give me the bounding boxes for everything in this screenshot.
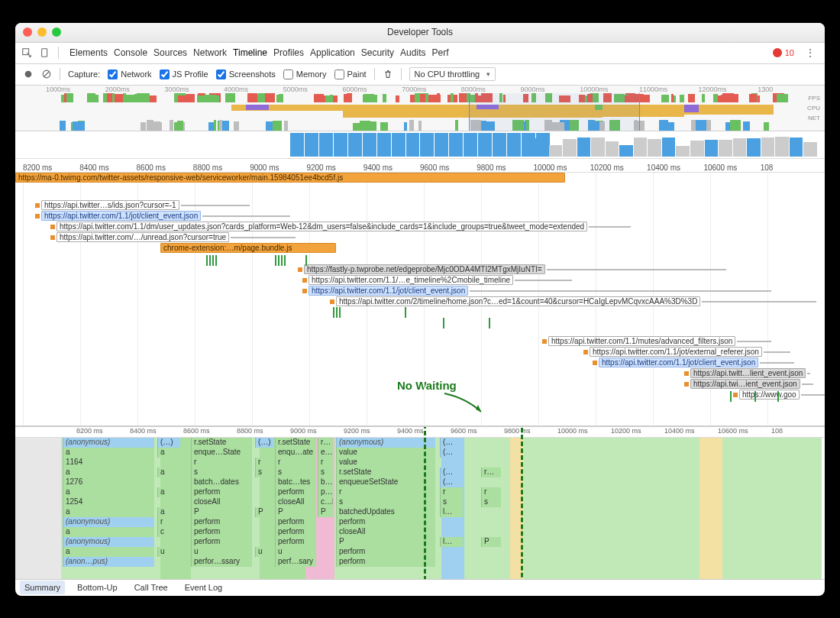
flame-cell[interactable]: perform (191, 517, 252, 527)
network-request[interactable]: https://api.twitter.com/2/timeline/home.… (330, 296, 816, 307)
screenshot-thumb[interactable] (464, 133, 477, 157)
network-request[interactable]: https://ma-0.twimg.com/twitter-assets/re… (15, 173, 565, 183)
garbage-collect-icon[interactable] (383, 69, 393, 79)
details-tab-bottom-up[interactable]: Bottom-Up (73, 581, 122, 594)
screenshot-thumb[interactable] (406, 133, 420, 157)
screenshot-thumb[interactable] (662, 138, 676, 156)
flame-cell[interactable]: perform (191, 537, 252, 547)
device-toolbar-icon[interactable] (40, 47, 50, 58)
network-request[interactable]: https://api.twitter.com/1.1/mutes/advanc… (542, 336, 771, 347)
flame-cell[interactable]: r (255, 458, 273, 468)
error-count[interactable]: 10 (773, 48, 794, 57)
screenshot-thumb[interactable] (348, 133, 362, 157)
capture-network-checkbox[interactable]: Network (108, 70, 151, 79)
flame-cell[interactable]: value (336, 458, 435, 468)
flame-cell[interactable]: u (275, 547, 316, 557)
network-request[interactable]: https://api.twitter.com/1.1/…e_timeline%… (302, 275, 572, 286)
screenshot-thumb[interactable] (319, 133, 333, 157)
screenshot-thumb[interactable] (705, 140, 719, 156)
screenshot-thumb[interactable] (775, 137, 789, 156)
screenshot-thumb[interactable] (719, 140, 732, 156)
flame-cell[interactable]: a (63, 487, 154, 497)
details-tab-event-log[interactable]: Event Log (180, 581, 228, 594)
tab-sources[interactable]: Sources (150, 43, 190, 63)
screenshot-thumb[interactable] (803, 142, 817, 157)
flame-cell[interactable]: a (63, 448, 154, 458)
flame-cell[interactable]: s (318, 468, 333, 477)
tab-console[interactable]: Console (111, 43, 150, 63)
flame-cell[interactable]: perform (336, 557, 435, 567)
flame-cell[interactable]: r.setState (336, 468, 435, 477)
flame-cell[interactable]: closeAll (275, 497, 316, 507)
flame-cell[interactable]: batchedUpdates (336, 507, 435, 517)
flame-cell[interactable]: b… (318, 477, 333, 487)
screenshot-thumb[interactable] (392, 133, 405, 157)
screenshot-thumb[interactable] (535, 138, 548, 157)
screenshot-thumb[interactable] (606, 141, 619, 157)
flame-cell[interactable]: P (318, 507, 333, 517)
network-waterfall[interactable]: No Waiting https://ma-0.twimg.com/twitte… (15, 173, 825, 426)
network-request[interactable]: https://api.twitter.com/1.1/dm/user_upda… (50, 222, 631, 232)
flame-cell[interactable]: perform (275, 487, 316, 497)
flame-cell[interactable]: perform (191, 487, 252, 497)
flame-cell[interactable]: closeAll (191, 497, 252, 507)
screenshot-thumb[interactable] (577, 138, 591, 157)
screenshot-thumb[interactable] (377, 133, 391, 157)
screenshot-thumb[interactable] (690, 141, 704, 156)
flame-cell[interactable]: r.setState (191, 438, 252, 448)
flame-cell[interactable]: a (63, 527, 154, 537)
flame-cell[interactable]: enqu…ate (275, 448, 316, 458)
flame-cell[interactable]: enque…State (191, 448, 252, 458)
inspect-icon[interactable] (21, 47, 32, 58)
screenshot-thumb[interactable] (522, 133, 535, 157)
details-tab-summary[interactable]: Summary (20, 581, 65, 594)
more-menu-icon[interactable]: ⋮ (802, 47, 819, 59)
screenshot-thumb[interactable] (305, 133, 318, 157)
flame-cell[interactable]: perf…sary (275, 557, 316, 567)
screenshot-thumb[interactable] (619, 145, 633, 157)
flame-cell[interactable]: perform (191, 527, 252, 537)
screenshots-strip[interactable] (15, 131, 825, 159)
flame-chart[interactable]: 8200 ms8400 ms8600 ms8800 ms9000 ms9200 … (15, 426, 825, 579)
tab-network[interactable]: Network (190, 43, 230, 63)
flame-cell[interactable]: a (157, 487, 180, 497)
tab-audits[interactable]: Audits (397, 43, 428, 63)
screenshot-thumb[interactable] (648, 139, 661, 156)
screenshot-thumb[interactable] (449, 133, 463, 157)
flame-cell[interactable]: a (63, 468, 154, 477)
screenshot-thumb[interactable] (563, 139, 577, 157)
screenshot-thumb[interactable] (290, 133, 304, 157)
network-request[interactable]: https://api.twitt…lient_event.json (684, 368, 810, 379)
screenshot-thumb[interactable] (420, 133, 434, 157)
tab-perf[interactable]: Perf (428, 43, 451, 63)
network-request[interactable]: https://api.twitter.com/1.1/jot/client_e… (302, 286, 771, 296)
flame-cell[interactable]: r.setState (275, 438, 316, 448)
network-request[interactable]: https://api.twitter.com/1.1/jot/client_e… (593, 358, 794, 368)
details-tab-call-tree[interactable]: Call Tree (130, 581, 173, 594)
screenshot-thumb[interactable] (478, 133, 492, 157)
flame-cell[interactable]: P (255, 507, 273, 517)
capture-paint-checkbox[interactable]: Paint (334, 70, 367, 79)
flame-cell[interactable]: perfor…ssary (191, 557, 252, 567)
flame-cell[interactable]: s (255, 468, 273, 477)
flame-cell[interactable]: (…) (157, 438, 180, 448)
tab-profiles[interactable]: Profiles (270, 43, 307, 63)
tab-elements[interactable]: Elements (66, 43, 111, 63)
screenshot-thumb[interactable] (790, 138, 803, 157)
flame-cell[interactable]: perform (275, 527, 316, 537)
screenshot-thumb[interactable] (435, 133, 448, 157)
flame-cell[interactable]: (anonymous) (336, 438, 435, 448)
flame-cell[interactable]: a (157, 468, 180, 477)
screenshot-thumb[interactable] (747, 138, 761, 156)
flame-cell[interactable]: r (275, 458, 316, 468)
flame-cell[interactable]: P (336, 537, 435, 547)
network-request[interactable]: https://api.twitter.com/…/unread.json?cu… (50, 232, 296, 243)
flame-cell[interactable]: closeAll (336, 527, 435, 537)
flame-cell[interactable]: r (336, 487, 435, 497)
record-icon[interactable] (23, 69, 34, 79)
network-request[interactable]: https://api.twitter.com/1.1/jot/client_e… (35, 211, 290, 222)
capture-memory-checkbox[interactable]: Memory (283, 70, 327, 79)
flame-cell[interactable]: a (63, 547, 154, 557)
flame-cell[interactable]: s (275, 468, 316, 477)
flame-cell[interactable]: c (157, 527, 180, 537)
